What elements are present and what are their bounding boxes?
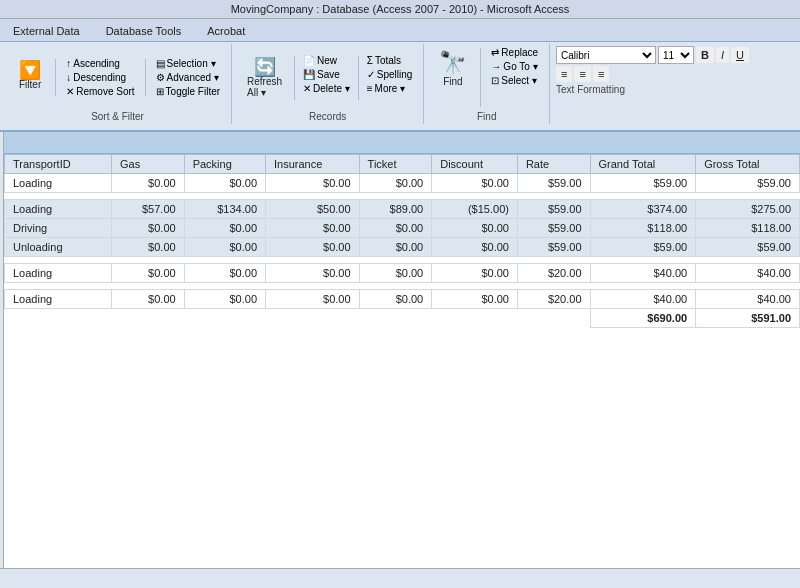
tab-external-data[interactable]: External Data	[0, 21, 93, 41]
table-cell: $0.00	[184, 238, 265, 257]
table-row[interactable]: Loading$0.00$0.00$0.00$0.00$0.00$20.00$4…	[5, 290, 800, 309]
table-cell: $40.00	[590, 264, 696, 283]
totals-cell	[112, 309, 185, 328]
table-cell: $0.00	[432, 264, 518, 283]
ascending-icon: ↑	[66, 58, 71, 69]
table-cell: $0.00	[266, 290, 360, 309]
table-cell: $0.00	[359, 219, 432, 238]
select-button[interactable]: ⊡ Select ▾	[488, 74, 541, 87]
table-row[interactable]: Driving$0.00$0.00$0.00$0.00$0.00$59.00$1…	[5, 219, 800, 238]
tab-acrobat[interactable]: Acrobat	[194, 21, 258, 41]
ribbon-tabs: External Data Database Tools Acrobat	[0, 19, 800, 42]
table-cell: Unloading	[5, 238, 112, 257]
record-extra-buttons: Σ Totals ✓ Spelling ≡ More ▾	[364, 54, 416, 95]
table-cell: $89.00	[359, 200, 432, 219]
spacer-row	[5, 283, 800, 290]
replace-button[interactable]: ⇄ Replace	[488, 46, 541, 59]
selection-icon: ▤	[156, 58, 165, 69]
table-cell: $0.00	[112, 219, 185, 238]
bold-button[interactable]: B	[696, 47, 714, 63]
text-formatting-group: Calibri 11 B I U ≡ ≡ ≡ Text Formatting	[550, 44, 796, 97]
table-row[interactable]: Loading$0.00$0.00$0.00$0.00$0.00$59.00$5…	[5, 174, 800, 193]
table-container[interactable]: TransportID Gas Packing Insurance Ticket…	[4, 154, 800, 572]
font-select[interactable]: Calibri	[556, 46, 656, 64]
refresh-label: RefreshAll ▾	[247, 76, 282, 98]
save-label: Save	[317, 69, 340, 80]
find-button[interactable]: 🔭 Find	[432, 46, 473, 91]
table-cell: $374.00	[590, 200, 696, 219]
more-label: More ▾	[375, 83, 406, 94]
align-right-button[interactable]: ≡	[593, 66, 609, 82]
italic-button[interactable]: I	[716, 47, 729, 63]
spelling-button[interactable]: ✓ Spelling	[364, 68, 416, 81]
delete-button[interactable]: ✕ Delete ▾	[300, 82, 353, 95]
filter-buttons-2: ▤ Selection ▾ ⚙ Advanced ▾ ⊞ Toggle Filt…	[153, 57, 223, 98]
save-button[interactable]: 💾 Save	[300, 68, 353, 81]
table-cell: $50.00	[266, 200, 360, 219]
table-cell: Loading	[5, 264, 112, 283]
selection-button[interactable]: ▤ Selection ▾	[153, 57, 223, 70]
main-area: TransportID Gas Packing Insurance Ticket…	[0, 132, 800, 572]
table-cell: $59.00	[517, 219, 590, 238]
totals-label: Totals	[375, 55, 401, 66]
table-row[interactable]: Loading$0.00$0.00$0.00$0.00$0.00$20.00$4…	[5, 264, 800, 283]
spacer-row	[5, 257, 800, 264]
filter-button[interactable]: 🔽 Filter	[12, 57, 48, 94]
ascending-button[interactable]: ↑ Ascending	[63, 57, 137, 70]
data-table: TransportID Gas Packing Insurance Ticket…	[4, 154, 800, 328]
font-row: Calibri 11 B I U	[556, 46, 790, 64]
align-row: ≡ ≡ ≡	[556, 66, 790, 82]
table-cell: $0.00	[112, 290, 185, 309]
table-cell: $0.00	[112, 174, 185, 193]
font-size-select[interactable]: 11	[658, 46, 694, 64]
table-cell: $0.00	[266, 264, 360, 283]
align-left-button[interactable]: ≡	[556, 66, 572, 82]
table-cell: $59.00	[517, 174, 590, 193]
find-group: 🔭 Find ⇄ Replace → Go To ▾ ⊡ Select	[424, 44, 550, 124]
filter-label: Filter	[19, 79, 41, 90]
table-cell: $59.00	[517, 200, 590, 219]
table-cell: $0.00	[266, 219, 360, 238]
object-header	[4, 132, 800, 154]
table-cell: $275.00	[696, 200, 800, 219]
totals-button[interactable]: Σ Totals	[364, 54, 416, 67]
sort-filter-label: Sort & Filter	[91, 109, 144, 122]
more-button[interactable]: ≡ More ▾	[364, 82, 416, 95]
advanced-button[interactable]: ⚙ Advanced ▾	[153, 71, 223, 84]
binoculars-icon: 🔭	[439, 50, 466, 76]
status-bar	[0, 568, 800, 588]
descending-button[interactable]: ↓ Descending	[63, 71, 137, 84]
remove-sort-button[interactable]: ✕ Remove Sort	[63, 85, 137, 98]
sort-buttons: ↑ Ascending ↓ Descending ✕ Remove Sort	[63, 57, 137, 98]
goto-button[interactable]: → Go To ▾	[488, 60, 541, 73]
delete-icon: ✕	[303, 83, 311, 94]
descending-label: Descending	[73, 72, 126, 83]
tab-database-tools[interactable]: Database Tools	[93, 21, 195, 41]
col-discount: Discount	[432, 155, 518, 174]
record-action-buttons: 📄 New 💾 Save ✕ Delete ▾	[300, 54, 353, 95]
table-cell: $0.00	[184, 264, 265, 283]
refresh-button[interactable]: 🔄 RefreshAll ▾	[240, 54, 289, 102]
table-cell: Loading	[5, 174, 112, 193]
title-bar: MovingCompany : Database (Access 2007 - …	[0, 0, 800, 19]
table-cell: $0.00	[432, 238, 518, 257]
table-cell: $0.00	[432, 290, 518, 309]
remove-sort-icon: ✕	[66, 86, 74, 97]
ribbon-content: 🔽 Filter ↑ Ascending ↓ Descending	[0, 42, 800, 130]
col-ticket: Ticket	[359, 155, 432, 174]
toggle-filter-button[interactable]: ⊞ Toggle Filter	[153, 85, 223, 98]
underline-button[interactable]: U	[731, 47, 749, 63]
new-button[interactable]: 📄 New	[300, 54, 353, 67]
advanced-icon: ⚙	[156, 72, 165, 83]
sort-filter-group: 🔽 Filter ↑ Ascending ↓ Descending	[4, 44, 232, 124]
find-extra-buttons: ⇄ Replace → Go To ▾ ⊡ Select ▾	[488, 46, 541, 87]
table-row[interactable]: Loading$57.00$134.00$50.00$89.00($15.00)…	[5, 200, 800, 219]
text-formatting-label: Text Formatting	[556, 84, 790, 95]
totals-row: $690.00$591.00	[5, 309, 800, 328]
selection-label: Selection ▾	[167, 58, 216, 69]
totals-cell: $591.00	[696, 309, 800, 328]
filter-icon: 🔽	[19, 61, 41, 79]
align-center-button[interactable]: ≡	[574, 66, 590, 82]
col-rate: Rate	[517, 155, 590, 174]
table-row[interactable]: Unloading$0.00$0.00$0.00$0.00$0.00$59.00…	[5, 238, 800, 257]
